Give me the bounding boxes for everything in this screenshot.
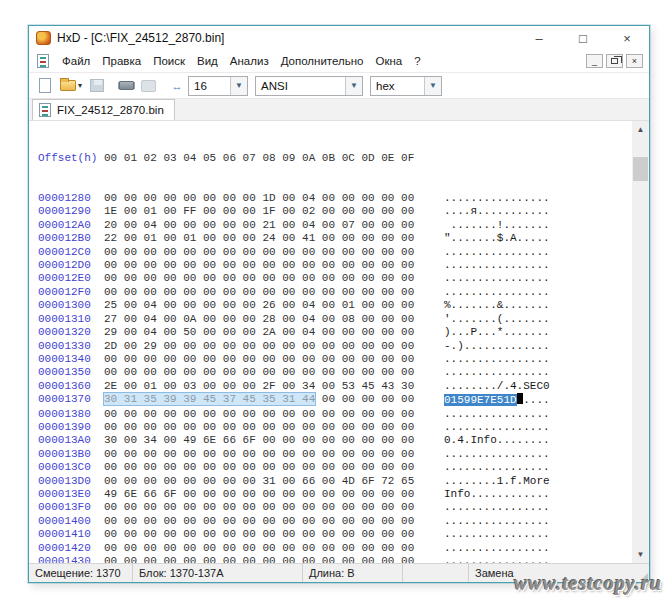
combo-dropdown-icon[interactable]: ▼ (424, 77, 441, 95)
hex-row[interactable]: 000013D000 00 00 00 00 00 00 00 31 00 66… (38, 475, 631, 488)
hex-row[interactable]: 0000140000 00 00 00 00 00 00 00 00 00 00… (38, 515, 631, 528)
hex-row[interactable]: 0000134000 00 00 00 00 00 00 00 00 00 00… (38, 353, 631, 366)
hex-pane[interactable]: Offset(h) 00 01 02 03 04 05 06 07 08 09 … (38, 125, 631, 563)
menu-analysis[interactable]: Анализ (224, 55, 275, 67)
hex-bytes[interactable]: 30 31 35 39 39 45 37 45 35 31 44 00 00 0… (104, 393, 416, 407)
hex-bytes[interactable]: 49 6E 66 6F 00 00 00 00 00 00 00 00 00 0… (104, 488, 416, 501)
menu-search[interactable]: Поиск (147, 55, 191, 67)
new-file-button[interactable] (34, 75, 56, 97)
hex-row[interactable]: 000013602E 00 01 00 03 00 00 00 2F 00 34… (38, 380, 631, 393)
bytes-per-row-combo[interactable]: 16 ▼ (188, 76, 248, 96)
offset-base-combo[interactable]: hex ▼ (370, 76, 442, 96)
scroll-up-icon[interactable]: ▲ (632, 121, 649, 138)
combo-dropdown-icon[interactable]: ▼ (345, 77, 362, 95)
hex-row[interactable]: 000012D000 00 00 00 00 00 00 00 00 00 00… (38, 259, 631, 272)
ascii-text[interactable]: Info............ (444, 488, 550, 501)
hex-row[interactable]: 000012B022 00 01 00 01 00 00 00 24 00 41… (38, 232, 631, 245)
menu-windows[interactable]: Окна (369, 55, 408, 67)
hex-row[interactable]: 0000138000 00 00 00 00 00 00 00 00 00 00… (38, 408, 631, 421)
ascii-text[interactable]: ................ (444, 501, 550, 514)
ascii-text[interactable]: ................ (444, 408, 550, 421)
ascii-text[interactable]: ................ (444, 272, 550, 285)
hex-bytes[interactable]: 20 00 04 00 00 00 00 00 21 00 04 00 07 0… (104, 219, 416, 232)
hex-bytes[interactable]: 00 00 00 00 00 00 00 00 00 00 00 00 00 0… (104, 542, 416, 555)
ascii-text[interactable]: 0.4.Info........ (444, 434, 550, 447)
hex-row[interactable]: 000013B000 00 00 00 00 00 00 00 00 00 00… (38, 448, 631, 461)
hex-bytes[interactable]: 30 00 34 00 49 6E 66 6F 00 00 00 00 00 0… (104, 434, 416, 447)
hex-bytes[interactable]: 00 00 00 00 00 00 00 00 00 00 00 00 00 0… (104, 515, 416, 528)
ascii-text[interactable]: ................ (444, 259, 550, 272)
ascii-text[interactable]: 01599E7E51D..... (444, 393, 550, 407)
hex-row[interactable]: 0000132029 00 04 00 50 00 00 00 2A 00 04… (38, 326, 631, 339)
hex-bytes[interactable]: 00 00 00 00 00 00 00 00 00 00 00 00 00 0… (104, 501, 416, 514)
ascii-text[interactable]: ........1.f.More (444, 475, 550, 488)
ascii-text[interactable]: ................ (444, 366, 550, 379)
hex-bytes[interactable]: 00 00 00 00 00 00 00 00 00 00 00 00 00 0… (104, 353, 416, 366)
scrollbar-thumb[interactable] (633, 157, 648, 181)
hex-bytes[interactable]: 1E 00 01 00 FF 00 00 00 1F 00 02 00 00 0… (104, 205, 416, 218)
hex-bytes[interactable]: 00 00 00 00 00 00 00 00 00 00 00 00 00 0… (104, 366, 416, 379)
tab-file[interactable]: FIX_24512_2870.bin (32, 99, 175, 120)
hex-row[interactable]: 000012F000 00 00 00 00 00 00 00 00 00 00… (38, 286, 631, 299)
ascii-text[interactable]: )...P...*....... (444, 326, 550, 339)
title-bar[interactable]: HxD - [C:\FIX_24512_2870.bin] – □ × (29, 26, 649, 50)
hex-bytes[interactable]: 00 00 00 00 00 00 00 00 00 00 00 00 00 0… (104, 286, 416, 299)
ascii-text[interactable]: ................ (444, 528, 550, 541)
hex-bytes[interactable]: 00 00 00 00 00 00 00 00 00 00 00 00 00 0… (104, 528, 416, 541)
ascii-text[interactable]: ................ (444, 515, 550, 528)
ascii-text[interactable]: .......!....... (444, 219, 550, 232)
hex-bytes[interactable]: 00 00 00 00 00 00 00 00 31 00 66 00 4D 6… (104, 475, 416, 488)
hex-row[interactable]: 000012C000 00 00 00 00 00 00 00 00 00 00… (38, 246, 631, 259)
hex-row[interactable]: 000012901E 00 01 00 FF 00 00 00 1F 00 02… (38, 205, 631, 218)
hex-bytes[interactable]: 00 00 00 00 00 00 00 00 1D 00 04 00 00 0… (104, 192, 416, 205)
menu-extras[interactable]: Дополнительно (275, 55, 370, 67)
ascii-text[interactable]: %.......&....... (444, 299, 550, 312)
menu-view[interactable]: Вид (191, 55, 224, 67)
hex-bytes[interactable]: 00 00 00 00 00 00 00 00 00 00 00 00 00 0… (104, 448, 416, 461)
vertical-scrollbar[interactable]: ▲ ▼ (632, 121, 649, 563)
combo-dropdown-icon[interactable]: ▼ (230, 77, 247, 95)
scroll-down-icon[interactable]: ▼ (632, 546, 649, 563)
ascii-text[interactable]: ................ (444, 353, 550, 366)
menu-edit[interactable]: Правка (96, 55, 147, 67)
hex-bytes[interactable]: 00 00 00 00 00 00 00 00 00 00 00 00 00 0… (104, 408, 416, 421)
hex-bytes[interactable]: 00 00 00 00 00 00 00 00 00 00 00 00 00 0… (104, 461, 416, 474)
hex-row[interactable]: 000013A030 00 34 00 49 6E 66 6F 00 00 00… (38, 434, 631, 447)
encoding-combo[interactable]: ANSI ▼ (255, 76, 363, 96)
hex-row-selected[interactable]: 0000137030 31 35 39 39 45 37 45 35 31 44… (38, 393, 631, 407)
open-disk-button[interactable] (137, 75, 159, 97)
open-ram-button[interactable] (115, 75, 137, 97)
ascii-text[interactable]: ................ (444, 448, 550, 461)
hex-bytes[interactable]: 2D 00 29 00 00 00 00 00 00 00 00 00 00 0… (104, 340, 416, 353)
ascii-text[interactable]: ................ (444, 421, 550, 434)
hex-row[interactable]: 000012A020 00 04 00 00 00 00 00 21 00 04… (38, 219, 631, 232)
hex-row[interactable]: 000013F000 00 00 00 00 00 00 00 00 00 00… (38, 501, 631, 514)
ascii-selection[interactable]: 01599E7E51D (444, 394, 517, 406)
maximize-button[interactable]: □ (561, 26, 605, 50)
ascii-text[interactable]: ................ (444, 246, 550, 259)
mdi-close-button[interactable]: × (626, 54, 643, 68)
menu-help[interactable]: ? (408, 55, 426, 67)
bytes-per-row-button[interactable]: ↔ (166, 75, 188, 97)
hex-row[interactable]: 0000130025 00 04 00 00 00 00 00 26 00 04… (38, 299, 631, 312)
mdi-minimize-button[interactable]: _ (586, 54, 603, 68)
ascii-text[interactable]: -.)............. (444, 340, 550, 353)
ascii-text[interactable]: ....я........... (444, 205, 550, 218)
hex-bytes[interactable]: 22 00 01 00 01 00 00 00 24 00 41 00 00 0… (104, 232, 416, 245)
hex-bytes[interactable]: 29 00 04 00 50 00 00 00 2A 00 04 00 00 0… (104, 326, 416, 339)
save-button[interactable] (86, 75, 108, 97)
ascii-text[interactable]: ................ (444, 461, 550, 474)
open-file-button[interactable]: ▾ (56, 75, 86, 97)
ascii-text[interactable]: ................ (444, 286, 550, 299)
menu-file[interactable]: Файл (56, 55, 96, 67)
ascii-text[interactable]: ................ (444, 192, 550, 205)
ascii-text[interactable]: ................ (444, 555, 550, 563)
hex-row[interactable]: 000013302D 00 29 00 00 00 00 00 00 00 00… (38, 340, 631, 353)
hex-row[interactable]: 000013C000 00 00 00 00 00 00 00 00 00 00… (38, 461, 631, 474)
close-button[interactable]: × (605, 26, 649, 50)
hex-row[interactable]: 0000143000 00 00 00 00 00 00 00 00 00 00… (38, 555, 631, 563)
hex-row[interactable]: 0000128000 00 00 00 00 00 00 00 1D 00 04… (38, 192, 631, 205)
hex-bytes[interactable]: 00 00 00 00 00 00 00 00 00 00 00 00 00 0… (104, 421, 416, 434)
hex-bytes[interactable]: 00 00 00 00 00 00 00 00 00 00 00 00 00 0… (104, 246, 416, 259)
hex-bytes[interactable]: 2E 00 01 00 03 00 00 00 2F 00 34 00 53 4… (104, 380, 416, 393)
